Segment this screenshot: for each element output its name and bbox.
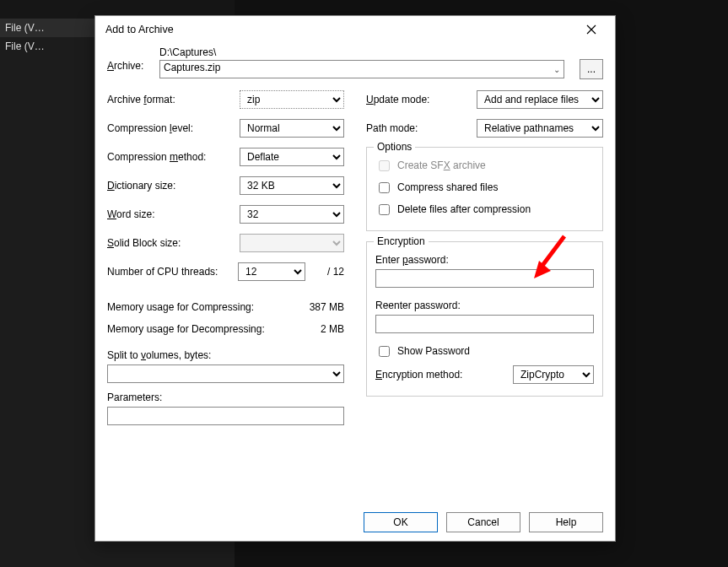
dialog-footer: OK Cancel Help <box>95 504 615 541</box>
split-volumes-label: Split to volumes, bytes: <box>107 349 344 361</box>
archive-label: Archive: <box>107 46 144 72</box>
file-name: File (V… <box>5 22 45 34</box>
archive-file-combo[interactable]: Captures.zip ⌄ <box>159 60 564 78</box>
shared-checkbox[interactable] <box>379 182 390 193</box>
mem-compress-value: 387 MB <box>310 301 344 313</box>
shared-label: Compress shared files <box>397 181 498 193</box>
update-mode-select[interactable]: Add and replace files <box>477 90 603 109</box>
shared-checkbox-row[interactable]: Compress shared files <box>375 178 594 197</box>
options-legend: Options <box>374 141 415 153</box>
close-icon <box>586 24 596 35</box>
enter-password-label: Enter password: <box>375 254 594 266</box>
mem-decompress-label: Memory usage for Decompressing: <box>107 323 265 335</box>
dictionary-size-select[interactable]: 32 KB <box>240 176 344 195</box>
delete-checkbox[interactable] <box>379 204 390 215</box>
options-group: Options Create SFX archive Compress shar… <box>366 147 603 231</box>
solid-block-select <box>240 234 344 252</box>
archive-format-select[interactable]: zip <box>240 90 344 109</box>
compression-method-label: Compression method: <box>107 151 240 163</box>
sfx-checkbox <box>379 160 390 171</box>
close-button[interactable] <box>574 18 608 41</box>
encryption-method-select[interactable]: ZipCrypto <box>513 365 594 384</box>
path-mode-label: Path mode: <box>366 122 477 134</box>
sfx-checkbox-row: Create SFX archive <box>375 156 594 175</box>
delete-checkbox-row[interactable]: Delete files after compression <box>375 200 594 219</box>
chevron-down-icon: ⌄ <box>553 65 560 74</box>
cpu-threads-label: Number of CPU threads: <box>107 266 238 278</box>
ok-button[interactable]: OK <box>364 512 438 532</box>
reenter-password-input[interactable] <box>375 315 594 333</box>
encryption-legend: Encryption <box>374 235 429 247</box>
solid-block-label: Solid Block size: <box>107 237 240 249</box>
archive-path-text: D:\Captures\ <box>159 46 564 58</box>
cancel-button[interactable]: Cancel <box>446 512 520 532</box>
left-column: Archive format: zip Compression level: N… <box>107 89 344 425</box>
add-to-archive-dialog: Add to Archive Archive: D:\Captures\ Cap… <box>94 15 616 542</box>
show-password-row[interactable]: Show Password <box>375 342 594 360</box>
update-mode-label: Update mode: <box>366 94 477 105</box>
show-password-checkbox[interactable] <box>379 346 390 357</box>
mem-decompress-value: 2 MB <box>321 323 344 335</box>
word-size-select[interactable]: 32 <box>240 205 344 224</box>
archive-format-label: Archive format: <box>107 94 240 105</box>
archive-file-value: Captures.zip <box>164 62 220 73</box>
browse-button[interactable]: ... <box>580 59 603 79</box>
show-password-label: Show Password <box>397 345 470 357</box>
dialog-titlebar: Add to Archive <box>95 16 615 43</box>
sfx-label: Create SFX archive <box>397 159 486 171</box>
encryption-group: Encryption Enter password: Reenter passw… <box>366 241 603 397</box>
delete-label: Delete files after compression <box>397 203 531 215</box>
compression-level-label: Compression level: <box>107 122 240 134</box>
parameters-label: Parameters: <box>107 392 344 403</box>
encryption-method-label: Encryption method: <box>375 369 504 381</box>
help-button[interactable]: Help <box>529 512 603 532</box>
path-mode-select[interactable]: Relative pathnames <box>477 119 603 138</box>
enter-password-input[interactable] <box>375 269 594 288</box>
compression-level-select[interactable]: Normal <box>240 119 344 138</box>
dialog-title: Add to Archive <box>105 24 174 35</box>
right-column: Update mode: Add and replace files Path … <box>366 89 603 425</box>
word-size-label: Word size: <box>107 208 240 220</box>
cpu-threads-select[interactable]: 12 <box>238 262 305 281</box>
reenter-password-label: Reenter password: <box>375 300 594 311</box>
split-volumes-combo[interactable] <box>107 364 344 383</box>
compression-method-select[interactable]: Deflate <box>240 148 344 166</box>
dictionary-size-label: Dictionary size: <box>107 180 240 192</box>
parameters-input[interactable] <box>107 407 344 425</box>
cpu-total-text: / 12 <box>310 266 344 278</box>
file-name: File (V… <box>5 40 45 52</box>
mem-compress-label: Memory usage for Compressing: <box>107 301 254 313</box>
